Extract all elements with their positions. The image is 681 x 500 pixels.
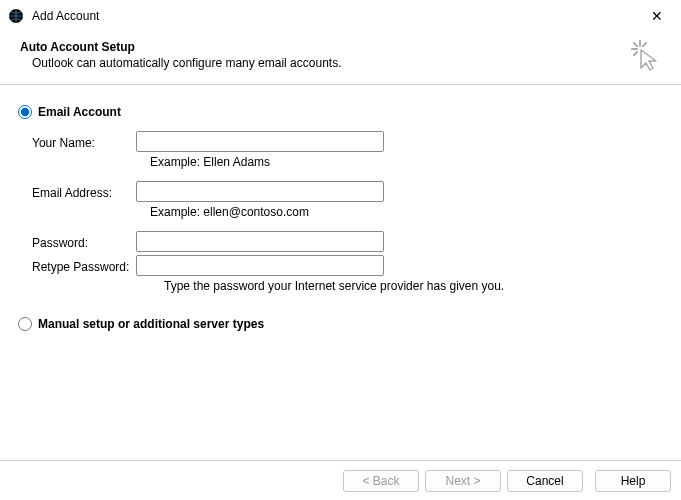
svg-line-4 (643, 43, 646, 46)
page-subtitle: Outlook can automatically configure many… (20, 54, 661, 70)
globe-icon (8, 8, 24, 24)
your-name-example: Example: Ellen Adams (150, 155, 270, 169)
back-button[interactable]: < Back (343, 470, 419, 492)
password-input[interactable] (136, 231, 384, 252)
password-label: Password: (32, 234, 136, 250)
next-button[interactable]: Next > (425, 470, 501, 492)
radio-email-account[interactable]: Email Account (18, 105, 663, 119)
email-example: Example: ellen@contoso.com (150, 205, 309, 219)
retype-password-input[interactable] (136, 255, 384, 276)
wizard-header: Auto Account Setup Outlook can automatic… (0, 32, 681, 84)
help-button[interactable]: Help (595, 470, 671, 492)
your-name-label: Your Name: (32, 134, 136, 150)
svg-line-3 (634, 43, 637, 46)
radio-manual-setup-input[interactable] (18, 317, 32, 331)
email-label: Email Address: (32, 184, 136, 200)
wizard-body: Email Account Your Name: Example: Ellen … (0, 85, 681, 451)
radio-manual-setup-label: Manual setup or additional server types (38, 317, 264, 331)
radio-email-account-label: Email Account (38, 105, 121, 119)
cancel-button[interactable]: Cancel (507, 470, 583, 492)
password-hint: Type the password your Internet service … (164, 279, 504, 293)
email-input[interactable] (136, 181, 384, 202)
retype-password-label: Retype Password: (32, 258, 136, 274)
email-account-form: Your Name: Example: Ellen Adams Email Ad… (18, 131, 663, 293)
svg-line-5 (634, 52, 637, 55)
close-icon: ✕ (651, 8, 663, 24)
radio-email-account-input[interactable] (18, 105, 32, 119)
your-name-input[interactable] (136, 131, 384, 152)
radio-manual-setup[interactable]: Manual setup or additional server types (18, 317, 663, 331)
close-button[interactable]: ✕ (641, 2, 673, 30)
window-title: Add Account (32, 9, 641, 23)
page-title: Auto Account Setup (20, 40, 661, 54)
cursor-click-icon (629, 38, 663, 75)
wizard-footer: < Back Next > Cancel Help (0, 460, 681, 500)
titlebar: Add Account ✕ (0, 0, 681, 32)
